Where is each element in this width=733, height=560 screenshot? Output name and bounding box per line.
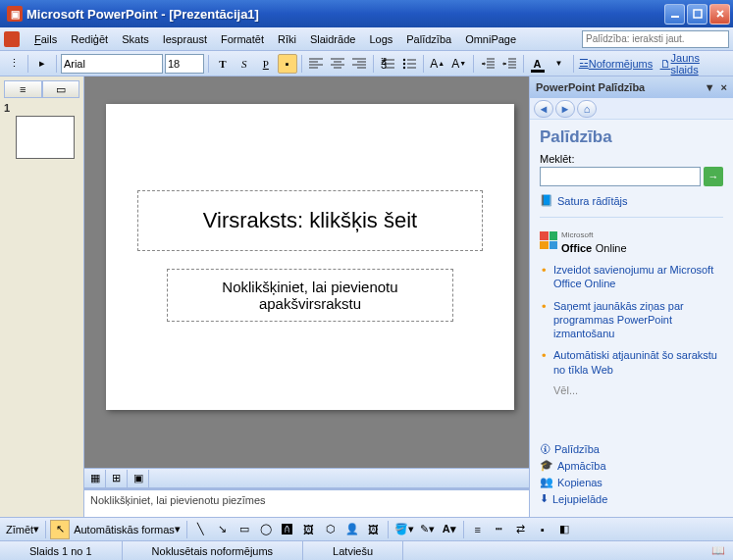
svg-text:3: 3: [381, 59, 387, 70]
toc-link[interactable]: 📘 Satura rādītājs: [540, 192, 723, 209]
rectangle-tool-button[interactable]: ▭: [235, 520, 254, 539]
dash-style-button[interactable]: ┅: [490, 520, 509, 539]
title-placeholder[interactable]: Virsraksts: klikšķis šeit: [137, 190, 483, 251]
shadow-button[interactable]: ▪: [278, 54, 297, 74]
search-go-button[interactable]: →: [704, 167, 723, 186]
font-size-combo[interactable]: [165, 54, 204, 74]
pointer-tool-button[interactable]: ↖: [50, 520, 70, 539]
oval-tool-button[interactable]: ◯: [256, 520, 276, 539]
close-button[interactable]: [709, 4, 730, 25]
draw-menu-button[interactable]: Zīmēt ▾: [4, 520, 41, 539]
status-layout: Noklusētais noformējums: [123, 541, 304, 560]
nav-forward-button[interactable]: ►: [555, 100, 575, 118]
drawing-toolbar: Zīmēt ▾ ↖ Automātiskās formas ▾ ╲ ↘ ▭ ◯ …: [0, 517, 733, 540]
menu-skats[interactable]: Skats: [115, 31, 156, 47]
minimize-button[interactable]: [664, 4, 685, 25]
svg-rect-0: [671, 16, 679, 18]
more-link[interactable]: Vēl...: [540, 384, 723, 396]
slide-thumbnail-1[interactable]: [16, 116, 75, 159]
line-style-button[interactable]: ≡: [468, 520, 488, 539]
footer-download-link[interactable]: ⬇Lejupielāde: [540, 490, 723, 507]
font-color-button[interactable]: A: [528, 54, 548, 74]
toolbar-more-icon[interactable]: ▸: [32, 54, 52, 74]
menu-palidziba[interactable]: Palīdzība: [399, 31, 458, 47]
increase-font-button[interactable]: A▲: [428, 54, 447, 74]
app-menu-icon[interactable]: [4, 31, 20, 47]
decrease-indent-button[interactable]: [478, 54, 497, 74]
svg-point-5: [402, 58, 404, 60]
align-left-button[interactable]: [306, 54, 326, 74]
svg-text:2: 2: [381, 58, 387, 67]
footer-help-link[interactable]: 🛈Palīdzība: [540, 441, 723, 457]
diagram-button[interactable]: ⬡: [321, 520, 340, 539]
autoshapes-button[interactable]: Automātiskās formas ▾: [72, 520, 183, 539]
nav-back-button[interactable]: ◄: [534, 100, 553, 118]
taskpane-close-button[interactable]: ×: [721, 81, 727, 93]
title-bar: ▣ Microsoft PowerPoint - [Prezentācija1]: [0, 0, 733, 27]
slides-tab[interactable]: ▭: [42, 80, 80, 98]
help-search-field[interactable]: [540, 167, 701, 186]
slide-editor[interactable]: Virsraksts: klikšķis šeit Noklikšķiniet,…: [84, 76, 529, 468]
align-right-button[interactable]: [349, 54, 369, 74]
notes-pane[interactable]: Noklikšķiniet, lai pievienotu piezīmes: [84, 487, 529, 517]
menu-slaidrade[interactable]: Slaidrāde: [303, 31, 362, 47]
arrow-style-button[interactable]: ⇄: [511, 520, 531, 539]
office-link-update[interactable]: Automātiski atjaunināt šo sarakstu no tī…: [540, 348, 723, 377]
clipart-button[interactable]: 👤: [342, 520, 362, 539]
shadow-style-button[interactable]: ▪: [533, 520, 552, 539]
subtitle-placeholder[interactable]: Noklikšķiniet, lai pievienotu apakšvirsr…: [167, 269, 453, 322]
office-link-news[interactable]: Saņemt jaunākās ziņas par programmas Pow…: [540, 299, 723, 341]
increase-indent-button[interactable]: [499, 54, 519, 74]
status-bar: Slaids 1 no 1 Noklusētais noformējums La…: [0, 540, 733, 560]
menu-omnipage[interactable]: OmniPage: [458, 31, 523, 47]
sorter-view-button[interactable]: ⊞: [106, 470, 128, 487]
font-family-combo[interactable]: [61, 54, 163, 74]
toolbar-options-icon[interactable]: ⋮: [4, 54, 24, 74]
menu-formatet[interactable]: Formatēt: [214, 31, 271, 47]
wordart-button[interactable]: 🖼: [299, 520, 319, 539]
footer-training-link[interactable]: 🎓Apmācība: [540, 457, 723, 474]
textbox-tool-button[interactable]: 🅰: [278, 520, 297, 539]
svg-point-7: [402, 66, 404, 68]
design-button[interactable]: ☲ Noformējums: [577, 54, 654, 74]
normal-view-button[interactable]: ▦: [84, 470, 106, 487]
arrow-tool-button[interactable]: ↘: [213, 520, 233, 539]
nav-home-button[interactable]: ⌂: [577, 100, 597, 118]
font-color-dropdown-icon[interactable]: ▼: [550, 54, 569, 74]
align-center-button[interactable]: [328, 54, 347, 74]
slide-panel: ≡ ▭ 1: [0, 76, 84, 517]
line-color-button[interactable]: ✎▾: [418, 520, 438, 539]
menu-riki[interactable]: Rīki: [271, 31, 303, 47]
menu-logs[interactable]: Logs: [362, 31, 399, 47]
fill-color-button[interactable]: 🪣▾: [393, 520, 416, 539]
decrease-font-button[interactable]: A▼: [449, 54, 469, 74]
menu-fails[interactable]: Fails: [27, 31, 64, 47]
taskpane-dropdown-icon[interactable]: ▼: [705, 81, 715, 93]
spellcheck-icon[interactable]: 📖: [704, 544, 733, 557]
view-switcher: ▦ ⊞ ▣: [84, 468, 529, 487]
help-search-input[interactable]: [582, 30, 729, 48]
svg-text:1: 1: [381, 58, 387, 63]
maximize-button[interactable]: [687, 4, 707, 25]
numbered-list-button[interactable]: 123: [378, 54, 397, 74]
slide-canvas: Virsraksts: klikšķis šeit Noklikšķiniet,…: [106, 104, 514, 410]
taskpane-title: PowerPoint Palīdzība: [536, 81, 645, 93]
menu-iespraust[interactable]: Iespraust: [156, 31, 214, 47]
slideshow-view-button[interactable]: ▣: [128, 470, 149, 487]
footer-communities-link[interactable]: 👥Kopienas: [540, 474, 723, 490]
menu-rediget[interactable]: Rediģēt: [64, 31, 115, 47]
font-color-button-2[interactable]: A▾: [440, 520, 459, 539]
svg-rect-1: [694, 10, 702, 18]
picture-button[interactable]: 🖼: [364, 520, 384, 539]
underline-button[interactable]: P: [256, 54, 276, 74]
office-online-logo: MicrosoftOffice Online: [540, 226, 723, 255]
line-tool-button[interactable]: ╲: [191, 520, 211, 539]
italic-button[interactable]: S: [235, 54, 254, 74]
new-slide-button[interactable]: 🗋 Jauns slaids: [656, 54, 730, 74]
office-link-connect[interactable]: Izveidot savienojumu ar Microsoft Office…: [540, 263, 723, 291]
outline-tab[interactable]: ≡: [4, 80, 42, 98]
bullet-list-button[interactable]: [399, 54, 419, 74]
3d-style-button[interactable]: ◧: [554, 520, 574, 539]
bold-button[interactable]: T: [213, 54, 233, 74]
status-language: Latviešu: [303, 541, 403, 560]
